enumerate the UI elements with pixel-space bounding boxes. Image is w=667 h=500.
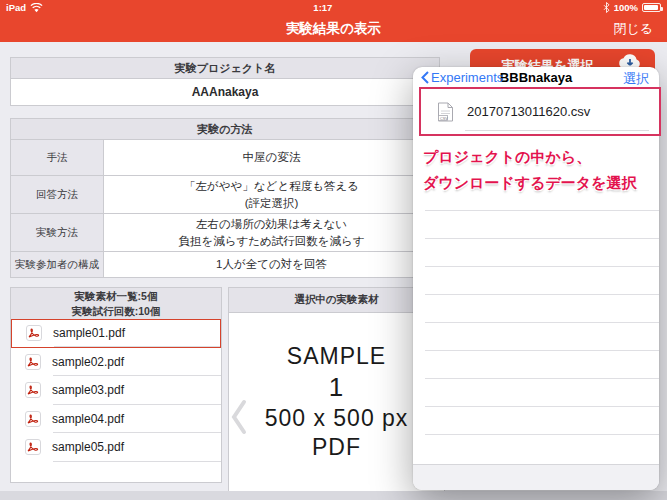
select-button[interactable]: 選択 (623, 70, 649, 88)
list-separator (425, 350, 659, 351)
table-row: 実験参加者の構成 1人が全ての対を回答 (10, 252, 440, 278)
file-name: sample05.pdf (52, 440, 124, 454)
list-separator (425, 210, 659, 211)
pdf-file-icon (25, 411, 41, 427)
bluetooth-icon (603, 2, 610, 13)
popover-navbar: Experiments BBBnakaya 選択 (413, 67, 659, 88)
row-label: 回答方法 (11, 176, 104, 213)
method-table: 実験の方法 手法 中屋の変法 回答方法 「左がやや」などと程度も答える (評定選… (10, 118, 440, 278)
list-separator (425, 322, 659, 323)
row-value: 中屋の変法 (243, 149, 301, 166)
page-title: 実験結果の表示 (286, 20, 381, 38)
project-table-header: 実験プロジェクト名 (10, 57, 440, 79)
method-table-header: 実験の方法 (10, 118, 440, 140)
file-name: sample04.pdf (52, 412, 124, 426)
preview-body: SAMPLE 1 500 x 500 px PDF (229, 313, 444, 491)
preview-text-format: PDF (312, 434, 361, 461)
list-separator (425, 266, 659, 267)
list-separator (425, 238, 659, 239)
previous-material-arrow[interactable] (231, 399, 247, 435)
close-button[interactable]: 閉じる (613, 20, 653, 38)
top-bar: iPad 1:17 100% 実験結果の表示 閉じる (0, 0, 667, 42)
preview-text-sample: SAMPLE (287, 343, 386, 370)
list-separator (425, 378, 659, 379)
bottom-edge-strip (0, 491, 667, 500)
row-value: 1人が全ての対を回答 (216, 256, 327, 273)
project-name: AAAnakaya (10, 79, 440, 106)
battery-icon (642, 3, 661, 12)
preview-text-number: 1 (329, 372, 344, 403)
back-button[interactable]: Experiments (421, 70, 503, 85)
table-row: 回答方法 「左がやや」などと程度も答える (評定選択) (10, 176, 440, 214)
list-separator (425, 434, 659, 435)
list-separator (425, 406, 659, 407)
table-row: 手法 中屋の変法 (10, 140, 440, 176)
annotation-text: プロジェクトの中から、 ダウンロードするデータを選択 (423, 144, 637, 197)
annotation-highlight-box (419, 87, 661, 136)
popover-title: BBBnakaya (500, 70, 572, 85)
row-value: 左右の場所の効果は考えない (196, 216, 347, 233)
list-item-sample05[interactable]: sample05.pdf (11, 433, 221, 462)
row-label: 手法 (11, 140, 104, 175)
carrier-label: iPad (6, 2, 26, 13)
pdf-file-icon (26, 325, 42, 341)
status-time: 1:17 (313, 2, 332, 13)
file-name: sample02.pdf (52, 355, 124, 369)
popover-footer (413, 464, 659, 490)
battery-percent: 100% (614, 2, 638, 13)
list-item-sample03[interactable]: sample03.pdf (11, 376, 221, 405)
row-value: 「左がやや」などと程度も答える (184, 178, 359, 195)
navigation-bar: 実験結果の表示 閉じる (0, 15, 667, 42)
materials-panel: 実験素材一覧:5個 実験試行回数:10個 sample01.pdf sample… (10, 287, 222, 483)
wifi-icon (30, 3, 43, 13)
list-item-sample04[interactable]: sample04.pdf (11, 405, 221, 434)
pdf-file-icon (25, 354, 41, 370)
preview-text-size: 500 x 500 px (265, 405, 409, 432)
row-label: 実験方法 (11, 214, 104, 251)
materials-header: 実験素材一覧:5個 実験試行回数:10個 (10, 287, 222, 320)
list-item-sample02[interactable]: sample02.pdf (11, 348, 221, 377)
table-row: 実験方法 左右の場所の効果は考えない 負担を減らすため試行回数を減らす (10, 214, 440, 252)
project-table: 実験プロジェクト名 AAAnakaya (10, 57, 440, 106)
pdf-file-icon (25, 382, 41, 398)
row-label: 実験参加者の構成 (11, 252, 104, 277)
list-separator (425, 294, 659, 295)
list-item-sample01[interactable]: sample01.pdf (11, 319, 221, 348)
file-name: sample03.pdf (52, 383, 124, 397)
pdf-file-icon (25, 439, 41, 455)
status-bar: iPad 1:17 100% (0, 0, 667, 15)
chevron-left-icon (421, 71, 429, 84)
file-name: sample01.pdf (53, 326, 125, 340)
